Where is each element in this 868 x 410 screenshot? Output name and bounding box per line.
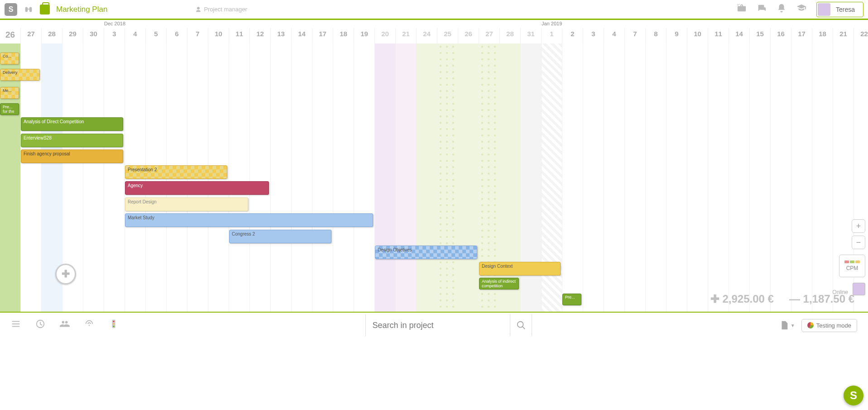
date-cell[interactable]: 15 — [750, 28, 771, 43]
search-input[interactable] — [365, 314, 510, 336]
date-cell[interactable]: 27 — [479, 28, 500, 43]
svg-point-2 — [113, 321, 115, 323]
date-cell[interactable]: 14 — [292, 28, 312, 43]
date-cell[interactable]: 20 — [375, 28, 396, 43]
date-cell[interactable]: 29 — [62, 28, 83, 43]
date-cell[interactable]: 19 — [354, 28, 375, 43]
date-cell[interactable]: 26 — [0, 28, 21, 43]
date-cell[interactable]: 22 — [854, 28, 868, 43]
task-bar[interactable]: Finish agency proposal — [21, 150, 123, 163]
date-cell[interactable]: 4 — [125, 28, 146, 43]
date-cell[interactable]: 14 — [729, 28, 750, 43]
user-menu[interactable]: Teresa — [816, 2, 863, 17]
timeline-column — [729, 43, 750, 312]
date-cell[interactable]: 11 — [708, 28, 729, 43]
date-cell[interactable]: 5 — [146, 28, 167, 43]
date-cell[interactable]: 8 — [646, 28, 667, 43]
topbar-right: + Teresa — [737, 2, 863, 17]
bottombar-right: ▼ Testing mode — [779, 319, 857, 332]
add-task-button[interactable]: ✚ — [55, 264, 76, 285]
date-cell[interactable]: 18 — [333, 28, 354, 43]
date-cell[interactable]: 21 — [833, 28, 854, 43]
date-cell[interactable]: 26 — [458, 28, 479, 43]
task-bar[interactable]: Design Objetives — [375, 246, 477, 259]
totals-row: 2,925.00 € 1,187.50 € — [710, 293, 854, 305]
task-bar[interactable]: Design Context — [479, 262, 561, 275]
date-cell[interactable]: 7 — [625, 28, 646, 43]
search-icon[interactable] — [510, 314, 532, 336]
timeline-column — [292, 43, 312, 312]
date-cell[interactable]: 2 — [562, 28, 583, 43]
date-cell[interactable]: 28 — [500, 28, 521, 43]
date-cell[interactable]: 3 — [104, 28, 125, 43]
task-bar[interactable]: Agency — [125, 181, 269, 195]
task-bar[interactable]: Market Study — [125, 213, 373, 227]
bell-icon[interactable] — [777, 3, 786, 15]
date-cell[interactable]: 24 — [417, 28, 437, 43]
task-bar[interactable]: Delivery — [0, 69, 40, 81]
team-icon[interactable] — [60, 319, 70, 332]
task-bar[interactable]: Co... — [0, 53, 19, 64]
task-bar[interactable]: EnterviewS28 — [21, 134, 123, 147]
date-cell[interactable]: 11 — [229, 28, 250, 43]
date-header: 2627282930345671011121314171819202124252… — [0, 28, 868, 43]
presence-avatar[interactable] — [853, 283, 865, 295]
briefcase-icon[interactable] — [40, 5, 50, 14]
timeline-column — [354, 43, 375, 312]
date-cell[interactable]: 31 — [521, 28, 542, 43]
list-view-icon[interactable] — [11, 319, 21, 332]
app-logo[interactable]: S — [5, 3, 17, 16]
task-bar[interactable]: Analysis of indirect competition — [479, 278, 519, 289]
date-cell[interactable]: 6 — [167, 28, 187, 43]
traffic-light-icon[interactable] — [109, 319, 119, 332]
date-cell[interactable]: 17 — [312, 28, 333, 43]
task-bar[interactable]: Me... — [0, 87, 19, 99]
date-cell[interactable]: 10 — [687, 28, 708, 43]
document-dropdown[interactable]: ▼ — [779, 320, 795, 330]
cpm-widget[interactable]: CPM — [839, 255, 865, 277]
date-cell[interactable]: 30 — [83, 28, 104, 43]
date-cell[interactable]: 9 — [667, 28, 687, 43]
timeline-column — [21, 43, 42, 312]
task-bar[interactable]: Report Design — [125, 198, 248, 211]
date-cell[interactable]: 27 — [21, 28, 42, 43]
date-cell[interactable]: 3 — [583, 28, 604, 43]
date-cell[interactable]: 10 — [208, 28, 229, 43]
zoom-in-button[interactable]: + — [852, 219, 865, 233]
timeline-column — [396, 43, 417, 312]
timeline-column — [458, 43, 479, 312]
task-bar[interactable]: Analysis of Direct Competition — [21, 117, 123, 131]
gantt-timeline[interactable]: Dec 2018 Jan 2019 2627282930345671011121… — [0, 20, 868, 313]
date-cell[interactable]: 4 — [604, 28, 625, 43]
dashboard-icon[interactable] — [84, 319, 94, 332]
date-cell[interactable]: 25 — [437, 28, 458, 43]
timeline-column — [229, 43, 250, 312]
project-title[interactable]: Marketing Plan — [56, 5, 107, 14]
user-name: Teresa — [836, 6, 855, 13]
testing-mode-button[interactable]: Testing mode — [801, 319, 857, 332]
date-cell[interactable]: 12 — [250, 28, 271, 43]
top-toolbar: S Marketing Plan Project manager + Teres… — [0, 0, 868, 20]
task-bar[interactable]: Pre... — [562, 294, 581, 305]
date-cell[interactable]: 13 — [271, 28, 292, 43]
graduation-icon[interactable] — [796, 3, 806, 15]
month-label: Dec 2018 — [104, 21, 125, 26]
task-bar[interactable]: Pre... for the — [0, 103, 19, 115]
date-cell[interactable]: 7 — [187, 28, 208, 43]
bottom-toolbar: ▼ Testing mode — [0, 313, 868, 338]
binoculars-icon[interactable] — [24, 5, 34, 14]
date-cell[interactable]: 21 — [396, 28, 417, 43]
date-cell[interactable]: 1 — [542, 28, 562, 43]
add-project-icon[interactable]: + — [737, 3, 747, 15]
floating-help-button[interactable]: S — [844, 386, 863, 405]
clock-icon[interactable] — [35, 319, 45, 332]
date-cell[interactable]: 16 — [771, 28, 791, 43]
date-cell[interactable]: 18 — [812, 28, 833, 43]
task-bar[interactable]: Congress 2 — [229, 230, 331, 243]
zoom-out-button[interactable]: − — [852, 236, 865, 249]
date-cell[interactable]: 17 — [791, 28, 812, 43]
task-bar[interactable]: Presentation 2 — [125, 165, 227, 179]
chat-icon[interactable] — [757, 3, 767, 15]
svg-point-4 — [113, 326, 115, 328]
date-cell[interactable]: 28 — [42, 28, 62, 43]
